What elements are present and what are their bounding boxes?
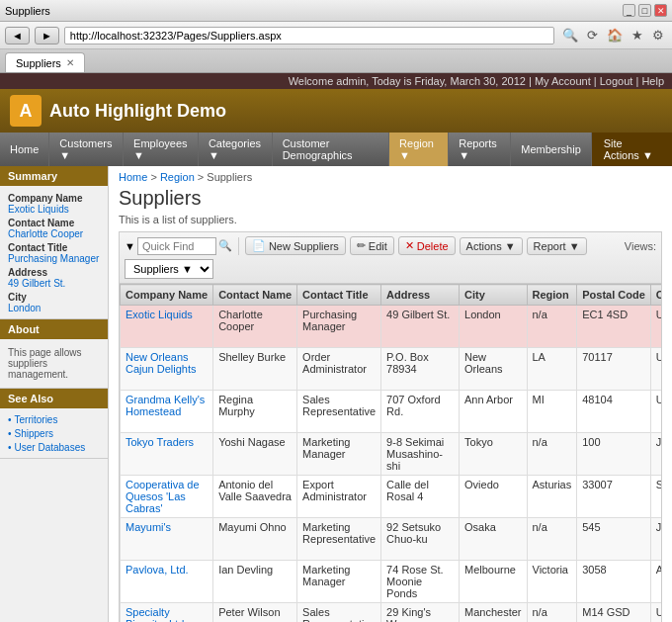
col-company: Company Name (121, 285, 213, 306)
refresh-icon[interactable]: ⟳ (584, 27, 601, 44)
nav-item-home[interactable]: Home (0, 133, 49, 166)
company-link[interactable]: Grandma Kelly's Homestead (126, 394, 205, 417)
sidebar-contacttitle-value: Purchasing Manager (8, 253, 100, 264)
titlebar-buttons: _ □ ✕ (623, 4, 667, 17)
grid-toolbar: ▼ 🔍 📄 New Suppliers ✏ Edit ✕ Delete Acti… (119, 231, 662, 283)
table-row: Tokyo TradersYoshi NagaseMarketing Manag… (121, 433, 663, 476)
breadcrumb-region[interactable]: Region (160, 171, 195, 183)
tab-close-icon[interactable]: ✕ (66, 57, 74, 68)
tab-label: Suppliers (16, 57, 61, 69)
table-row: Specialty Biscuits, Ltd.Peter WilsonSale… (121, 603, 663, 623)
search-button-icon[interactable]: 🔍 (218, 239, 232, 252)
sidebar-link-territories[interactable]: •Territories (8, 412, 100, 426)
forward-button[interactable]: ► (35, 27, 59, 44)
close-btn[interactable]: ✕ (654, 4, 667, 17)
app-header: A Auto Highlight Demo (0, 89, 672, 133)
sidebar-link-userdbs[interactable]: •User Databases (8, 440, 100, 454)
quick-find-input[interactable] (137, 237, 216, 255)
sidebar-address-value: 49 Gilbert St. (8, 278, 100, 289)
my-account-link[interactable]: My Account (535, 75, 591, 87)
app-logo: A (10, 95, 42, 127)
new-icon: 📄 (252, 239, 266, 252)
company-link[interactable]: New Orleans Cajun Delights (126, 351, 197, 375)
sidebar-section-summary: Summary Company Name Exotic Liquids Cont… (0, 166, 108, 319)
sidebar-summary-header: Summary (0, 166, 108, 186)
page-description: This is a list of suppliers. (119, 214, 662, 225)
suppliers-table: Company Name Contact Name Contact Title … (120, 284, 662, 622)
nav-item-reports[interactable]: Reports ▼ (449, 133, 511, 166)
table-row: Cooperativa de Quesos 'Las Cabras'Antoni… (121, 476, 663, 518)
nav-bar: Home Customers ▼ Employees ▼ Categories … (0, 133, 672, 166)
delete-button[interactable]: ✕ Delete (398, 236, 456, 255)
settings-icon[interactable]: ⚙ (649, 27, 667, 44)
back-button[interactable]: ◄ (5, 27, 30, 44)
quick-find-icon: ▼ (125, 240, 135, 252)
address-input[interactable] (64, 27, 554, 44)
site-actions-button[interactable]: Site Actions ▼ (592, 133, 672, 166)
col-contact: Contact Name (213, 285, 297, 306)
nav-item-employees[interactable]: Employees ▼ (124, 133, 199, 166)
sidebar-city-label: City (8, 292, 100, 303)
views-select[interactable]: Suppliers ▼ (125, 259, 213, 279)
tab-suppliers[interactable]: Suppliers ✕ (5, 52, 85, 72)
delete-icon: ✕ (405, 239, 414, 252)
app-title: Auto Highlight Demo (49, 101, 226, 122)
col-address: Address (381, 285, 460, 306)
table-header-row: Company Name Contact Name Contact Title … (121, 285, 663, 306)
table-row: Grandma Kelly's HomesteadRegina MurphySa… (121, 391, 663, 433)
actions-button[interactable]: Actions ▼ (460, 237, 523, 255)
sidebar-section-seealso: See Also •Territories •Shippers •User Da… (0, 389, 108, 459)
search-icon[interactable]: 🔍 (559, 27, 581, 44)
breadcrumb: Home > Region > Suppliers (119, 171, 662, 183)
new-suppliers-button[interactable]: 📄 New Suppliers (245, 236, 346, 255)
company-link[interactable]: Mayumi's (126, 521, 171, 533)
main-container: Summary Company Name Exotic Liquids Cont… (0, 166, 672, 622)
col-city: City (460, 285, 527, 306)
home-icon[interactable]: 🏠 (604, 27, 626, 44)
sidebar-contactname-value[interactable]: Charlotte Cooper (8, 228, 100, 239)
company-link[interactable]: Cooperativa de Quesos 'Las Cabras' (126, 479, 200, 514)
browser-tabs: Suppliers ✕ (0, 49, 672, 73)
sidebar-about-content: This page allows suppliers management. (0, 339, 108, 388)
breadcrumb-home[interactable]: Home (119, 171, 147, 183)
col-postal: Postal Code (577, 285, 651, 306)
sidebar-address-label: Address (8, 267, 100, 278)
company-link[interactable]: Exotic Liquids (126, 309, 193, 320)
views-label: Views: (625, 240, 656, 252)
minimize-btn[interactable]: _ (623, 4, 635, 17)
report-button[interactable]: Report ▼ (527, 237, 587, 255)
page-title: Suppliers (119, 187, 662, 210)
edit-button[interactable]: ✏ Edit (350, 236, 394, 255)
page-content: Home > Region > Suppliers Suppliers This… (109, 166, 672, 622)
col-title: Contact Title (297, 285, 381, 306)
help-link[interactable]: Help (641, 75, 664, 87)
table-row: New Orleans Cajun DelightsShelley BurkeO… (121, 348, 663, 391)
table-row: Exotic LiquidsCharlotte CooperPurchasing… (121, 306, 663, 348)
nav-item-demographics[interactable]: Customer Demographics (273, 133, 389, 166)
sidebar-about-header: About (0, 319, 108, 339)
company-link[interactable]: Tokyo Traders (126, 436, 194, 448)
sidebar-contactname-label: Contact Name (8, 218, 100, 228)
sidebar-seealso-content: •Territories •Shippers •User Databases (0, 408, 108, 458)
company-link[interactable]: Specialty Biscuits, Ltd. (126, 606, 187, 622)
sidebar-links-list: •Territories •Shippers •User Databases (8, 412, 100, 454)
sidebar-company-value[interactable]: Exotic Liquids (8, 204, 100, 215)
maximize-btn[interactable]: □ (638, 4, 651, 17)
nav-item-region[interactable]: Region ▼ (389, 133, 449, 166)
toolbar-icons: 🔍 ⟳ 🏠 ★ ⚙ (559, 27, 667, 44)
col-region: Region (527, 285, 577, 306)
star-icon[interactable]: ★ (629, 27, 646, 44)
nav-item-customers[interactable]: Customers ▼ (49, 133, 124, 166)
nav-item-membership[interactable]: Membership (511, 133, 592, 166)
browser-titlebar: Suppliers _ □ ✕ (0, 0, 672, 22)
nav-item-categories[interactable]: Categories ▼ (199, 133, 273, 166)
logout-link[interactable]: Logout (600, 75, 633, 87)
sidebar-link-shippers[interactable]: •Shippers (8, 426, 100, 440)
col-country: Country (650, 285, 662, 306)
edit-icon: ✏ (357, 239, 366, 252)
sidebar-seealso-header: See Also (0, 389, 108, 408)
company-link[interactable]: Pavlova, Ltd. (126, 564, 189, 576)
table-row: Mayumi'sMayumi OhnoMarketing Representat… (121, 518, 663, 561)
toolbar-sep-1 (238, 237, 239, 255)
sidebar-section-about: About This page allows suppliers managem… (0, 319, 108, 389)
